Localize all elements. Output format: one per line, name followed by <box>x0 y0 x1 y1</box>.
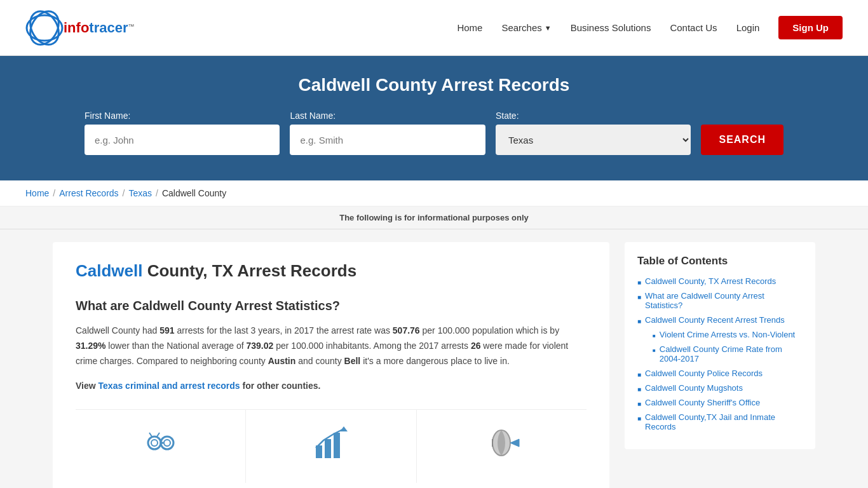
toc-item-1: ■ Caldwell County, TX Arrest Records <box>637 276 803 286</box>
last-name-group: Last Name: <box>290 111 485 155</box>
para-pre4: lower than the National average of <box>105 341 246 351</box>
para-pre5: per 100.000 inhabitants. Among the 2017 … <box>273 341 471 351</box>
section1-heading: What are Caldwell County Arrest Statisti… <box>76 299 587 313</box>
para-arrests: 591 <box>159 325 174 336</box>
stats-paragraph: Caldwell County had 591 arrests for the … <box>76 323 587 369</box>
toc-bullet-5: ■ <box>653 348 656 353</box>
state-select[interactable]: Texas Alabama Alaska California Florida … <box>496 125 691 155</box>
breadcrumb-sep-1: / <box>53 188 55 198</box>
view-link-paragraph: View Texas criminal and arrest records f… <box>76 379 587 394</box>
first-name-group: First Name: <box>85 111 280 155</box>
breadcrumb-bar: Home / Arrest Records / Texas / Caldwell… <box>0 180 868 207</box>
nav-contact-us[interactable]: Contact Us <box>670 22 717 33</box>
toc-link-8[interactable]: Caldwell County Sheriff's Office <box>645 398 760 407</box>
first-name-label: First Name: <box>85 111 280 121</box>
search-form: First Name: Last Name: State: Texas Alab… <box>85 111 783 155</box>
breadcrumb-sep-2: / <box>123 188 125 198</box>
toc-bullet-6: ■ <box>637 371 641 378</box>
nav-searches[interactable]: Searches ▼ <box>501 22 551 33</box>
toc-item-6: ■ Caldwell County Police Records <box>637 369 803 378</box>
para-violent: 26 <box>471 341 481 351</box>
svg-point-5 <box>151 440 158 446</box>
search-button[interactable]: SEARCH <box>701 125 783 155</box>
sidebar: Table of Contents ■ Caldwell County, TX … <box>625 242 815 488</box>
svg-marker-11 <box>340 426 348 431</box>
toc-item-7: ■ Caldwell County Mugshots <box>637 383 803 393</box>
para-pre3: per 100.000 population which is by <box>420 325 559 336</box>
breadcrumb: Home / Arrest Records / Texas / Caldwell… <box>25 188 843 198</box>
gun-icon <box>481 423 522 470</box>
toc-item-4: ■ Violent Crime Arrests vs. Non-Violent <box>646 330 803 339</box>
toc-bullet-4: ■ <box>653 333 656 339</box>
state-group: State: Texas Alabama Alaska California F… <box>496 111 691 155</box>
state-label: State: <box>496 111 691 121</box>
info-bar: The following is for informational purpo… <box>0 207 868 229</box>
last-name-input[interactable] <box>290 125 485 155</box>
last-name-label: Last Name: <box>290 111 485 121</box>
toc-item-9: ■ Caldwell County,TX Jail and Inmate Rec… <box>637 412 803 431</box>
nav-home[interactable]: Home <box>457 22 482 33</box>
para-pre2: arrests for the last 3 years, in 2017 th… <box>175 325 393 336</box>
toc-list: ■ Caldwell County, TX Arrest Records ■ W… <box>637 276 803 431</box>
para-rate: 507.76 <box>393 325 420 336</box>
title-highlight: Caldwell <box>76 261 142 280</box>
para-pre7: and county <box>295 356 344 366</box>
toc-item-8: ■ Caldwell County Sheriff's Office <box>637 398 803 407</box>
para-national: 739.02 <box>247 341 274 351</box>
toc-title: Table of Contents <box>637 255 803 268</box>
breadcrumb-county: Caldwell County <box>162 188 226 198</box>
toc-link-3[interactable]: Caldwell County Recent Arrest Trends <box>645 315 785 325</box>
toc-link-2[interactable]: What are Caldwell County Arrest Statisti… <box>645 291 803 310</box>
handcuffs-icon <box>140 423 181 470</box>
main-container: Caldwell County, TX Arrest Records What … <box>27 229 841 488</box>
icon-cell-chart <box>246 410 416 483</box>
breadcrumb-home[interactable]: Home <box>25 188 49 198</box>
breadcrumb-arrest-records[interactable]: Arrest Records <box>59 188 118 198</box>
svg-rect-10 <box>334 433 340 458</box>
chart-icon <box>311 423 351 470</box>
icons-row <box>76 409 587 483</box>
svg-point-0 <box>27 15 62 41</box>
content-title: Caldwell County, TX Arrest Records <box>76 261 587 281</box>
toc-link-1[interactable]: Caldwell County, TX Arrest Records <box>645 276 776 286</box>
toc-link-4[interactable]: Violent Crime Arrests vs. Non-Violent <box>660 330 795 339</box>
chevron-down-icon: ▼ <box>545 24 552 32</box>
first-name-input[interactable] <box>85 125 280 155</box>
logo-icon <box>25 9 64 47</box>
texas-records-link[interactable]: Texas criminal and arrest records <box>98 381 240 391</box>
nav-login[interactable]: Login <box>736 22 760 33</box>
toc-bullet-7: ■ <box>637 386 641 393</box>
para-county2: Bell <box>344 356 361 366</box>
signup-button[interactable]: Sign Up <box>778 16 843 39</box>
para-county1: Austin <box>268 356 296 366</box>
toc-bullet-2: ■ <box>637 294 641 301</box>
toc-item-5: ■ Caldwell County Crime Rate from 2004-2… <box>646 344 803 363</box>
toc-link-9[interactable]: Caldwell County,TX Jail and Inmate Recor… <box>645 412 803 431</box>
toc-bullet-1: ■ <box>637 279 641 286</box>
hero-section: Caldwell County Arrest Records First Nam… <box>0 56 868 180</box>
toc-link-5[interactable]: Caldwell County Crime Rate from 2004-201… <box>660 344 803 363</box>
toc-link-7[interactable]: Caldwell County Mugshots <box>645 383 743 393</box>
svg-point-3 <box>148 437 161 449</box>
toc-bullet-8: ■ <box>637 400 641 407</box>
logo: infotracer™ <box>25 9 134 47</box>
view-link-pre: View <box>76 381 98 391</box>
toc-link-6[interactable]: Caldwell County Police Records <box>645 369 763 378</box>
content-area: Caldwell County, TX Arrest Records What … <box>53 242 609 488</box>
toc-bullet-3: ■ <box>637 318 641 325</box>
para-pre1: Caldwell County had <box>76 325 159 336</box>
toc-bullet-9: ■ <box>637 415 641 422</box>
view-link-post: for other counties. <box>240 381 321 391</box>
toc-item-3: ■ Caldwell County Recent Arrest Trends <box>637 315 803 325</box>
header: infotracer™ Home Searches ▼ Business Sol… <box>0 0 868 56</box>
para-post: it's a more dangerous place to live in. <box>360 356 510 366</box>
icon-cell-handcuffs <box>76 410 246 483</box>
para-pct: 31.29% <box>76 341 105 351</box>
icon-cell-gun <box>417 410 587 483</box>
breadcrumb-texas[interactable]: Texas <box>129 188 153 198</box>
title-rest: County, TX Arrest Records <box>142 261 356 280</box>
svg-rect-9 <box>325 439 331 458</box>
nav-business-solutions[interactable]: Business Solutions <box>571 22 651 33</box>
toc-box: Table of Contents ■ Caldwell County, TX … <box>625 242 815 449</box>
svg-point-6 <box>164 440 170 446</box>
